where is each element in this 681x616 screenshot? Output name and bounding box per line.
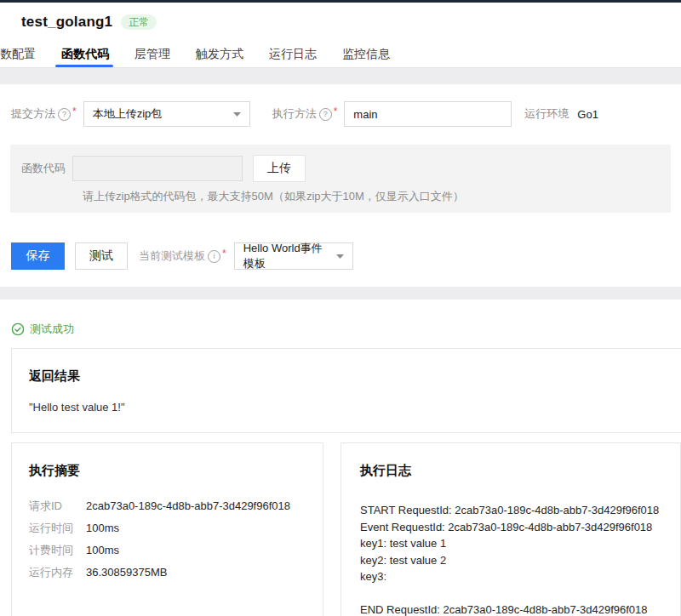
test-template-value: Hello World事件模板 [243, 241, 329, 271]
test-status-row: 测试成功 [0, 299, 681, 337]
log-line [360, 585, 661, 602]
log-line: key3: [360, 568, 661, 585]
upload-row: 函数代码 上传 [21, 155, 671, 182]
test-template-select[interactable]: Hello World事件模板 [234, 242, 353, 270]
function-code-label: 函数代码 [21, 161, 66, 176]
summary-row-label: 运行时间 [29, 522, 86, 533]
status-badge: 正常 [121, 14, 157, 30]
tab-trigger-method[interactable]: 触发方式 [196, 41, 243, 67]
page-title: test_golang1 [21, 14, 112, 31]
submit-method-label: 提交方法 [11, 106, 55, 122]
runtime-label: 运行环境 [524, 106, 569, 122]
execution-summary-panel: 执行摘要 请求ID 2cab73a0-189c-4d8b-abb7-3d429f… [11, 442, 323, 616]
section-divider [0, 287, 681, 299]
test-result-area: 测试成功 返回结果 "Hello test value 1!" 执行摘要 请求I… [0, 299, 681, 616]
exec-method-input[interactable] [344, 101, 512, 127]
execution-log-title: 执行日志 [360, 463, 661, 479]
upload-hint: 请上传zip格式的代码包，最大支持50M（如果zip大于10M，仅显示入口文件） [83, 189, 671, 204]
save-button[interactable]: 保存 [11, 242, 65, 270]
summary-row-label: 请求ID [29, 500, 86, 511]
return-result-panel: 返回结果 "Hello test value 1!" [11, 348, 681, 433]
required-asterisk: * [334, 106, 338, 117]
page-header: test_golang1 正常 [0, 3, 681, 41]
log-line: START RequestId: 2cab73a0-189c-4d8b-abb7… [360, 502, 661, 519]
execution-log-panel: 执行日志 START RequestId: 2cab73a0-189c-4d8b… [340, 442, 681, 616]
tab-bar: 数配置 函数代码 层管理 触发方式 运行日志 监控信息 [0, 41, 681, 68]
help-icon[interactable]: ? [58, 108, 71, 121]
log-line: key1: test value 1 [360, 535, 661, 552]
runtime-value: Go1 [577, 108, 598, 121]
tab-function-config[interactable]: 数配置 [0, 41, 36, 67]
summary-row-label: 运行内存 [29, 567, 86, 578]
submit-method-value: 本地上传zip包 [93, 106, 163, 122]
chevron-down-icon [233, 112, 241, 117]
upload-filename-input[interactable] [72, 156, 243, 181]
test-status-text: 测试成功 [30, 322, 74, 337]
summary-row: 运行内存 36.30859375MB [29, 567, 306, 578]
required-asterisk: * [222, 248, 226, 260]
summary-row: 运行时间 100ms [29, 522, 306, 533]
scf-function-page: test_golang1 正常 数配置 函数代码 层管理 触发方式 运行日志 监… [0, 0, 681, 616]
runtime-field: 运行环境 Go1 [524, 106, 598, 122]
info-icon[interactable]: i [208, 250, 220, 263]
template-label: 当前测试模板 [139, 248, 205, 264]
required-asterisk: * [72, 106, 77, 117]
summary-rows: 请求ID 2cab73a0-189c-4d8b-abb7-3d429f96f01… [29, 500, 306, 578]
summary-row-value: 36.30859375MB [86, 567, 167, 578]
page-gap [0, 68, 681, 84]
log-line: END RequestId: 2cab73a0-189c-4d8b-abb7-3… [360, 602, 661, 616]
detail-panels-row: 执行摘要 请求ID 2cab73a0-189c-4d8b-abb7-3d429f… [11, 442, 681, 616]
log-line: key2: test value 2 [360, 552, 661, 569]
execution-summary-title: 执行摘要 [29, 463, 306, 479]
summary-row: 请求ID 2cab73a0-189c-4d8b-abb7-3d429f96f01… [29, 500, 306, 511]
log-lines: START RequestId: 2cab73a0-189c-4d8b-abb7… [360, 502, 661, 616]
actions-row: 保存 测试 当前测试模板 i * Hello World事件模板 [11, 242, 681, 270]
submit-method-field: 提交方法 ? * 本地上传zip包 [11, 101, 250, 127]
exec-method-field: 执行方法 ? * [272, 101, 512, 127]
tab-layer-management[interactable]: 层管理 [134, 41, 170, 67]
template-label-wrap: 当前测试模板 i * [139, 248, 226, 264]
code-panel: 提交方法 ? * 本地上传zip包 执行方法 ? * 运行环境 Go1 [0, 84, 681, 287]
summary-row-value: 100ms [86, 522, 119, 533]
return-result-title: 返回结果 [29, 368, 672, 385]
tab-function-code[interactable]: 函数代码 [61, 41, 109, 67]
summary-row-value: 100ms [86, 545, 119, 556]
function-code-section: 函数代码 上传 请上传zip格式的代码包，最大支持50M（如果zip大于10M，… [10, 145, 671, 213]
code-form-row: 提交方法 ? * 本地上传zip包 执行方法 ? * 运行环境 Go1 [0, 84, 681, 127]
success-check-icon [11, 322, 25, 336]
return-result-value: "Hello test value 1!" [29, 401, 672, 414]
exec-method-label: 执行方法 [272, 106, 317, 122]
chevron-down-icon [336, 254, 344, 259]
summary-row-label: 计费时间 [29, 545, 86, 556]
summary-row-value: 2cab73a0-189c-4d8b-abb7-3d429f96f018 [86, 500, 290, 511]
upload-button[interactable]: 上传 [253, 155, 306, 182]
help-icon[interactable]: ? [319, 108, 332, 121]
submit-method-select[interactable]: 本地上传zip包 [83, 101, 250, 127]
tab-monitor-info[interactable]: 监控信息 [342, 41, 390, 67]
test-button[interactable]: 测试 [75, 242, 128, 270]
tab-run-log[interactable]: 运行日志 [269, 41, 317, 67]
log-line: Event RequestId: 2cab73a0-189c-4d8b-abb7… [360, 519, 661, 536]
summary-row: 计费时间 100ms [29, 545, 306, 556]
